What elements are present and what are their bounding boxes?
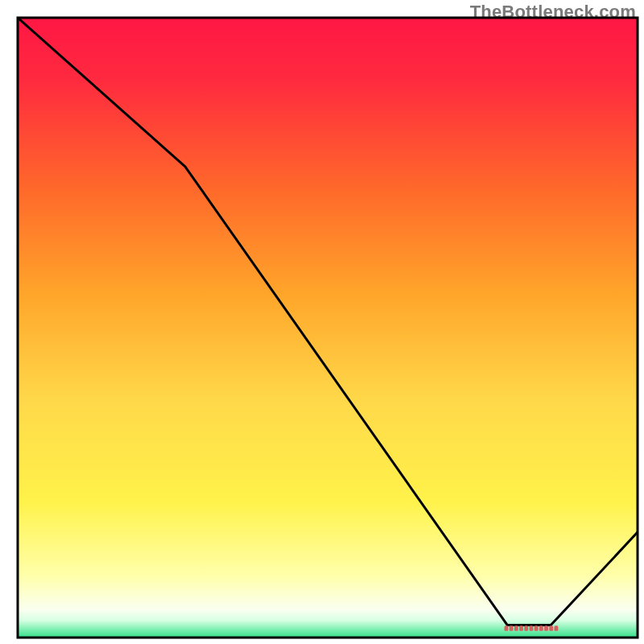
optimal-range-marker (505, 625, 559, 630)
svg-rect-2 (510, 625, 514, 630)
svg-rect-1 (505, 625, 509, 630)
heat-gradient-background (18, 18, 638, 638)
svg-rect-7 (535, 625, 539, 630)
svg-rect-10 (549, 625, 553, 630)
plot-svg (0, 0, 644, 644)
chart-stage: TheBottleneck.com (0, 0, 644, 644)
svg-rect-4 (519, 625, 523, 630)
svg-rect-8 (539, 625, 543, 630)
svg-rect-5 (524, 625, 528, 630)
svg-rect-9 (544, 625, 548, 630)
svg-rect-6 (530, 625, 534, 630)
svg-rect-3 (514, 625, 518, 630)
svg-rect-11 (555, 625, 559, 630)
